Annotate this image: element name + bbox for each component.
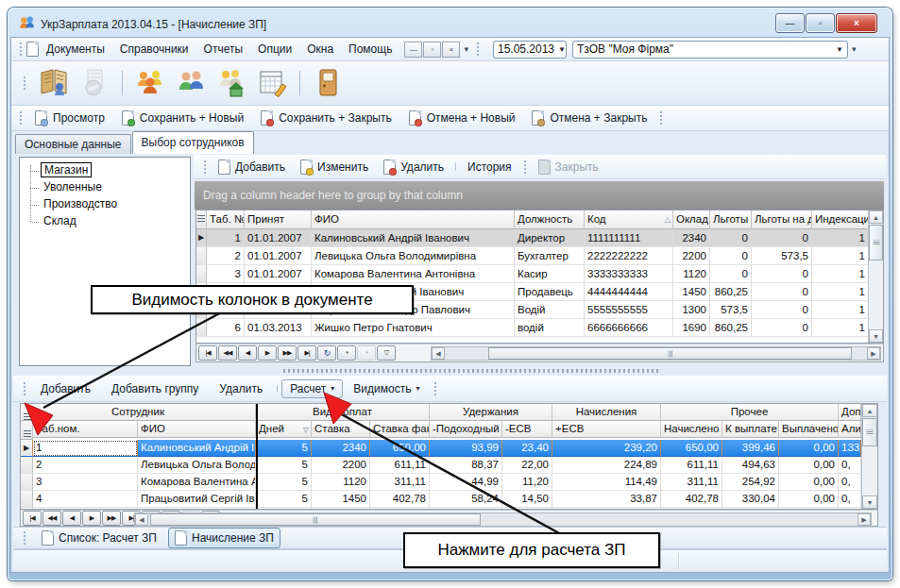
scroll-down-icon[interactable]: ▼ [869, 329, 883, 343]
grid-cell[interactable]: 1 [812, 319, 869, 337]
grid-cell[interactable]: 0,00 [779, 491, 839, 508]
grid-cell[interactable]: 1111111111 [585, 229, 673, 247]
grid-cell[interactable]: 0, [839, 457, 861, 474]
toolbar-overflow-icon[interactable]: ▾ [852, 44, 857, 54]
toolbar-button[interactable]: Видимость▾ [343, 379, 430, 398]
grid-cell[interactable]: 224,89 [552, 457, 661, 474]
grid-cell[interactable]: 1300 [673, 301, 710, 319]
nav-first-button[interactable]: |◀ [23, 511, 42, 526]
column-header[interactable]: +ЕСВ [552, 421, 661, 438]
scroll-up-icon[interactable]: ▲ [862, 404, 877, 417]
grid-cell[interactable]: 23,40 [502, 440, 552, 457]
column-header[interactable]: Дней▽ [256, 421, 312, 438]
grid-cell[interactable]: 1 [33, 440, 138, 457]
grid-cell[interactable]: 14,50 [502, 491, 552, 508]
horizontal-scrollbar[interactable]: ◀ ▶ [431, 346, 881, 361]
calc-row[interactable]: ▶1Калиновський Андрій Іванович52340650,0… [21, 440, 862, 457]
grid-cell[interactable]: Левицька Ольга Володимирівна [138, 457, 256, 474]
grid-cell[interactable]: 650,00 [370, 440, 430, 457]
scroll-left-icon[interactable]: ◀ [432, 347, 445, 360]
toolbar-button[interactable]: Удалить [376, 158, 451, 176]
grid-cell[interactable]: 2340 [312, 440, 370, 457]
column-header[interactable]: Алимент [839, 421, 861, 438]
grid-cell[interactable]: 5 [256, 440, 312, 457]
grid-cell[interactable]: 0 [752, 301, 812, 319]
calc-grid[interactable]: СотрудникВиды оплатУдержанияНачисленияПр… [20, 403, 878, 510]
grid-cell[interactable]: 0,00 [779, 440, 839, 457]
action-button[interactable]: Просмотр [26, 108, 113, 128]
grid-cell[interactable]: 01.01.2007 [245, 265, 312, 283]
calc-row[interactable]: 4Працьовитий Сергій Іванович51450402,785… [21, 491, 862, 508]
grid-cell[interactable]: 2 [207, 247, 245, 265]
grid-cell[interactable]: 5 [256, 474, 312, 491]
band-header[interactable]: Виды оплат [256, 404, 430, 421]
scrollbar-thumb[interactable] [869, 225, 883, 260]
column-header[interactable]: ФИО [138, 421, 256, 438]
band-header[interactable]: Прочее [661, 404, 839, 421]
grid-cell[interactable]: 1450 [673, 283, 710, 301]
grid-cell[interactable]: 33,87 [552, 491, 661, 508]
grid-cell[interactable]: 133, [839, 440, 861, 457]
grid-cell[interactable]: Калиновський Андрій Іванович [138, 440, 256, 457]
nav-prev-button[interactable]: ◀ [238, 345, 257, 361]
grid-cell[interactable]: Комарова Валентина Антонівна [312, 265, 515, 283]
grid-cell[interactable]: 58,24 [430, 491, 502, 508]
grid-cell[interactable]: Жишко Петро Гнатович [312, 319, 515, 337]
date-combo[interactable]: 15.05.2013 ▼ [493, 41, 567, 59]
grid-cell[interactable]: 1 [812, 247, 869, 265]
nav-last-button[interactable]: ▶| [297, 345, 316, 361]
grid-cell[interactable]: 3333333333 [585, 265, 673, 283]
grid-cell[interactable]: 01.01.2007 [245, 247, 312, 265]
menu-item[interactable]: Опции [250, 41, 299, 58]
grid-cell[interactable]: 311,11 [661, 474, 722, 491]
tree-item[interactable]: Производство [41, 196, 190, 213]
journal-button[interactable] [37, 65, 71, 101]
grid-cell[interactable]: 5555555555 [585, 301, 673, 319]
grid-cell[interactable]: Продавець [515, 283, 585, 301]
calc-row[interactable]: 3Комарова Валентина Антонівна51120311,11… [21, 474, 862, 491]
employees-grid[interactable]: Таб. №ПринятФИОДолжностьКод△ОкладЛьготыЛ… [195, 210, 884, 344]
grid-cell[interactable]: Водій [515, 301, 585, 319]
grid-cell[interactable]: 494,63 [722, 457, 779, 474]
column-header[interactable]: Код△ [585, 210, 673, 229]
grid-cell[interactable]: 1 [812, 265, 869, 283]
grid-cell[interactable]: 573,5 [752, 247, 812, 265]
scrollbar-thumb[interactable] [150, 513, 481, 526]
column-header[interactable]: Таб.ном. [33, 421, 138, 438]
action-button[interactable]: Сохранить + Новый [113, 108, 252, 128]
nav-filter-button[interactable]: ▽ [377, 345, 396, 361]
column-chooser-cell[interactable] [196, 210, 207, 229]
column-header[interactable]: Индексация [812, 210, 869, 229]
minimize-button[interactable]: — [775, 13, 805, 33]
grid-cell[interactable]: 860,25 [710, 283, 752, 301]
action-button[interactable]: Отмена + Закрыть [523, 108, 655, 128]
column-header[interactable]: ФИО [312, 210, 515, 229]
grid-cell[interactable]: 311,11 [370, 474, 430, 491]
scrollbar-thumb[interactable] [488, 347, 852, 360]
grid-cell[interactable]: 2340 [673, 229, 710, 247]
tab-active[interactable]: Выбор сотрудников [132, 131, 254, 154]
scroll-right-icon[interactable]: ▶ [858, 513, 871, 526]
grid-cell[interactable]: 22,00 [502, 457, 552, 474]
menu-item[interactable]: Окна [299, 41, 341, 58]
grid-cell[interactable]: Комарова Валентина Антонівна [138, 474, 256, 491]
toolbar-button[interactable]: История [460, 159, 519, 176]
grid-cell[interactable]: 0 [752, 283, 812, 301]
grid-cell[interactable]: 3 [207, 265, 245, 283]
toolbar-button[interactable]: Добавить [30, 379, 101, 398]
grid-cell[interactable]: 1120 [312, 474, 370, 491]
group-by-bar[interactable]: Drag a column header here to group by th… [195, 181, 884, 210]
column-header[interactable]: Начислено [661, 421, 722, 438]
toolbar-button[interactable]: Изменить [293, 158, 376, 176]
grid-cell[interactable]: 0,00 [779, 457, 839, 474]
grid-cell[interactable]: 254,92 [722, 474, 779, 491]
title-bar[interactable]: УкрЗарплата 2013.04.15 - [Начисление ЗП]… [13, 12, 887, 37]
column-header[interactable]: К выплате [722, 421, 779, 438]
column-chooser-icon[interactable] [24, 413, 31, 421]
grid-cell[interactable]: 01.01.2007 [245, 229, 312, 247]
splitter-handle[interactable] [283, 369, 661, 373]
exit-door-button[interactable] [311, 65, 345, 101]
grid-cell[interactable]: 44,99 [430, 474, 502, 491]
menu-item[interactable]: Справочники [112, 41, 196, 58]
grid-cell[interactable]: 5 [256, 457, 312, 474]
